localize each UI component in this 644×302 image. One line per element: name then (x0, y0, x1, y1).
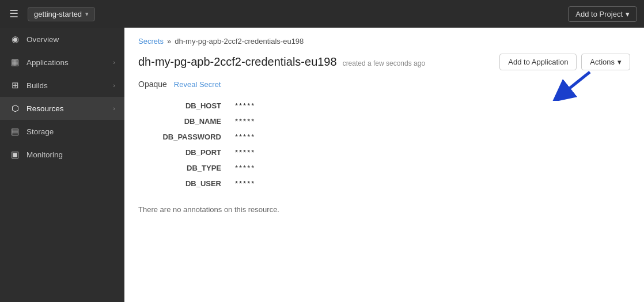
sidebar-item-label: Applications (26, 58, 69, 67)
field-value: ***** (230, 176, 630, 191)
builds-icon: ⊞ (9, 80, 21, 90)
breadcrumb: Secrets » dh-my-pg-apb-2ccf2-credentials… (124, 28, 644, 50)
add-to-project-chevron-icon: ▾ (626, 10, 630, 18)
project-selector[interactable]: getting-started ▾ (28, 7, 95, 21)
page-title: dh-my-pg-apb-2ccf2-credentials-eu198 (138, 55, 337, 69)
secret-content: Opaque Reveal Secret DB_HOST ***** DB_NA… (124, 80, 644, 216)
sidebar-item-label: Monitoring (26, 150, 63, 159)
field-key: DB_PASSWORD (138, 129, 230, 145)
project-chevron-icon: ▾ (85, 10, 89, 18)
sidebar-item-label: Storage (26, 127, 54, 136)
overview-icon: ◉ (9, 34, 21, 44)
sidebar-item-storage[interactable]: ▤ Storage (0, 120, 124, 143)
breadcrumb-secrets-link[interactable]: Secrets (138, 37, 164, 46)
main-content: Secrets » dh-my-pg-apb-2ccf2-credentials… (124, 28, 644, 302)
secret-fields-table: DB_HOST ***** DB_NAME ***** DB_PASSWORD … (138, 98, 630, 191)
table-row: DB_TYPE ***** (138, 160, 630, 176)
applications-icon: ▦ (9, 57, 21, 67)
resources-icon: ⬡ (9, 103, 21, 114)
chevron-right-icon: › (113, 105, 115, 112)
topbar: ☰ getting-started ▾ Add to Project ▾ (0, 0, 644, 28)
field-value: ***** (230, 129, 630, 145)
field-value: ***** (230, 160, 630, 176)
monitoring-icon: ▣ (9, 149, 21, 160)
field-value: ***** (230, 98, 630, 114)
add-to-application-button[interactable]: Add to Application (499, 54, 577, 70)
sidebar-item-monitoring[interactable]: ▣ Monitoring (0, 143, 124, 166)
field-value: ***** (230, 145, 630, 160)
sidebar-item-label: Overview (26, 35, 59, 44)
sidebar-item-label: Resources (26, 104, 64, 113)
table-row: DB_PORT ***** (138, 145, 630, 160)
project-name: getting-started (34, 10, 82, 18)
storage-icon: ▤ (9, 126, 21, 137)
table-row: DB_PASSWORD ***** (138, 129, 630, 145)
secret-type-label: Opaque (138, 80, 167, 89)
sidebar: ◉ Overview ▦ Applications › ⊞ Builds › ⬡… (0, 28, 124, 302)
breadcrumb-current: dh-my-pg-apb-2ccf2-credentials-eu198 (175, 37, 304, 46)
topbar-right: Add to Project ▾ (568, 6, 637, 22)
sidebar-item-overview[interactable]: ◉ Overview (0, 28, 124, 51)
actions-chevron-icon: ▾ (618, 58, 622, 66)
page-subtitle: created a few seconds ago (343, 59, 425, 67)
table-row: DB_USER ***** (138, 176, 630, 191)
page-title-group: dh-my-pg-apb-2ccf2-credentials-eu198 cre… (138, 55, 425, 69)
hamburger-menu-button[interactable]: ☰ (7, 5, 21, 22)
field-key: DB_NAME (138, 114, 230, 129)
field-key: DB_HOST (138, 98, 230, 114)
field-key: DB_TYPE (138, 160, 230, 176)
reveal-secret-link[interactable]: Reveal Secret (174, 80, 221, 89)
field-key: DB_USER (138, 176, 230, 191)
add-to-project-button[interactable]: Add to Project ▾ (568, 6, 637, 22)
chevron-right-icon: › (113, 82, 115, 89)
secret-type-row: Opaque Reveal Secret (138, 80, 630, 89)
sidebar-item-builds[interactable]: ⊞ Builds › (0, 74, 124, 97)
annotations-note: There are no annotations on this resourc… (138, 203, 630, 216)
page-header: dh-my-pg-apb-2ccf2-credentials-eu198 cre… (124, 50, 644, 80)
sidebar-item-applications[interactable]: ▦ Applications › (0, 51, 124, 74)
table-row: DB_HOST ***** (138, 98, 630, 114)
chevron-right-icon: › (113, 59, 115, 66)
breadcrumb-separator: » (167, 37, 171, 46)
sidebar-item-label: Builds (26, 81, 48, 90)
field-value: ***** (230, 114, 630, 129)
table-row: DB_NAME ***** (138, 114, 630, 129)
sidebar-item-resources[interactable]: ⬡ Resources › (0, 97, 124, 120)
actions-button[interactable]: Actions ▾ (581, 54, 630, 70)
layout: ◉ Overview ▦ Applications › ⊞ Builds › ⬡… (0, 28, 644, 302)
header-actions: Add to Application Actions ▾ (499, 54, 630, 70)
field-key: DB_PORT (138, 145, 230, 160)
